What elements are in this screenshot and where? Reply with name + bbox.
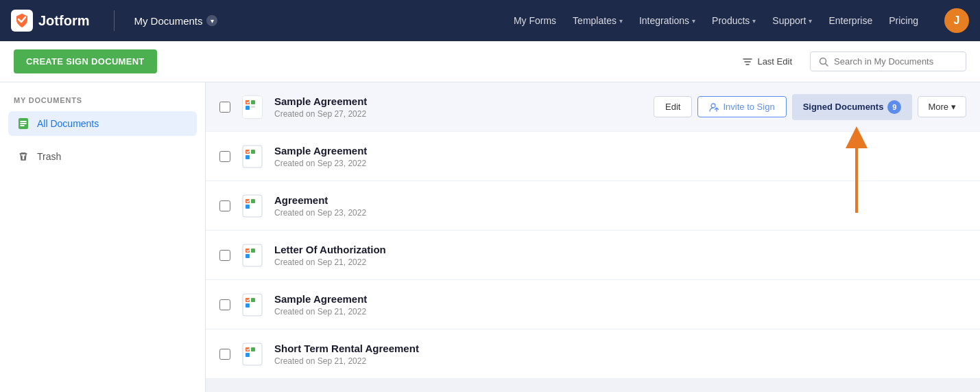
nav-templates[interactable]: Templates ▾ xyxy=(566,11,630,30)
svg-point-9 xyxy=(711,104,715,108)
svg-rect-29 xyxy=(246,353,250,357)
doc-info: Sample Agreement Created on Sep 21, 2022 xyxy=(274,293,966,316)
signed-docs-badge: 9 xyxy=(887,100,901,114)
nav-links: My Forms Templates ▾ Integrations ▾ Prod… xyxy=(507,11,925,30)
svg-rect-16 xyxy=(251,199,255,203)
caret-icon: ▾ xyxy=(809,17,812,25)
nav-my-forms[interactable]: My Forms xyxy=(507,11,563,30)
document-icon xyxy=(240,342,265,367)
document-icon xyxy=(240,144,265,169)
logo-text: Jotform xyxy=(38,13,89,29)
doc-checkbox[interactable] xyxy=(219,349,230,360)
top-navigation: Jotform My Documents ▾ My Forms Template… xyxy=(0,0,980,41)
doc-date: Created on Sep 21, 2022 xyxy=(274,356,966,366)
jotform-logo-icon xyxy=(11,10,33,32)
signed-docs-label: Signed Documents xyxy=(803,102,884,112)
sidebar-item-label: Trash xyxy=(37,151,61,162)
doc-date: Created on Sep 27, 2022 xyxy=(274,109,644,119)
doc-date: Created on Sep 21, 2022 xyxy=(274,307,966,316)
doc-name: Letter Of Authorization xyxy=(274,244,966,255)
doc-checkbox[interactable] xyxy=(219,102,230,113)
svg-rect-12 xyxy=(251,150,255,154)
doc-info: Letter Of Authorization Created on Sep 2… xyxy=(274,244,966,267)
signed-documents-button[interactable]: Signed Documents 9 xyxy=(792,94,913,120)
doc-checkbox[interactable] xyxy=(219,151,230,162)
doc-name: Sample Agreement xyxy=(274,293,966,305)
sidebar-item-all-documents[interactable]: All Documents xyxy=(8,111,197,136)
svg-rect-6 xyxy=(251,100,255,104)
svg-rect-25 xyxy=(246,303,250,308)
table-row: Short Term Rental Agreement Created on S… xyxy=(206,330,980,379)
doc-name: Sample Agreement xyxy=(274,145,966,157)
doc-date: Created on Sep 21, 2022 xyxy=(274,257,966,267)
table-row: Letter Of Authorization Created on Sep 2… xyxy=(206,231,980,280)
document-icon xyxy=(240,194,265,218)
sort-icon xyxy=(742,56,753,67)
chevron-down-icon: ▾ xyxy=(206,15,217,26)
svg-rect-7 xyxy=(246,106,250,110)
all-documents-icon xyxy=(16,117,30,130)
doc-name: Short Term Rental Agreement xyxy=(274,343,966,354)
document-icon xyxy=(240,292,265,317)
doc-checkbox[interactable] xyxy=(219,250,230,261)
svg-rect-17 xyxy=(246,205,250,209)
sidebar-section-title: MY DOCUMENTS xyxy=(8,96,197,104)
nav-support[interactable]: Support ▾ xyxy=(765,11,819,30)
search-box[interactable] xyxy=(810,51,966,71)
doc-date: Created on Sep 23, 2022 xyxy=(274,208,966,218)
doc-name: Agreement xyxy=(274,194,966,206)
nav-products[interactable]: Products ▾ xyxy=(705,11,763,30)
doc-date: Created on Sep 23, 2022 xyxy=(274,159,966,168)
logo[interactable]: Jotform xyxy=(11,10,89,32)
main-layout: MY DOCUMENTS All Documents Trash xyxy=(0,82,980,392)
doc-info: Sample Agreement Created on Sep 27, 2022 xyxy=(274,95,644,119)
caret-icon: ▾ xyxy=(619,17,623,25)
sidebar-item-trash[interactable]: Trash xyxy=(8,144,197,169)
doc-actions: Edit Invite to Sign Signed Documents 9 M… xyxy=(654,94,966,120)
caret-icon: ▾ xyxy=(752,17,756,25)
search-icon xyxy=(819,57,828,67)
doc-checkbox[interactable] xyxy=(219,200,230,211)
document-list: Sample Agreement Created on Sep 27, 2022… xyxy=(206,82,980,392)
logo-divider xyxy=(114,10,115,31)
nav-integrations[interactable]: Integrations ▾ xyxy=(632,11,702,30)
table-row: Sample Agreement Created on Sep 23, 2022 xyxy=(206,132,980,181)
svg-rect-21 xyxy=(246,254,250,258)
table-row: Sample Agreement Created on Sep 21, 2022 xyxy=(206,280,980,330)
invite-to-sign-button[interactable]: Invite to Sign xyxy=(697,96,786,117)
caret-icon: ▾ xyxy=(692,17,695,25)
document-icon xyxy=(240,95,265,119)
caret-down-icon: ▾ xyxy=(951,102,956,112)
svg-rect-8 xyxy=(251,106,255,108)
svg-rect-24 xyxy=(251,298,255,302)
subheader: CREATE SIGN DOCUMENT Last Edit xyxy=(0,41,980,82)
nav-enterprise[interactable]: Enterprise xyxy=(822,11,879,30)
sidebar-item-label: All Documents xyxy=(37,118,99,129)
document-icon xyxy=(240,243,265,268)
more-button[interactable]: More ▾ xyxy=(918,96,966,117)
sidebar: MY DOCUMENTS All Documents Trash xyxy=(0,82,206,392)
trash-icon xyxy=(16,150,30,163)
svg-rect-28 xyxy=(251,347,255,351)
sort-button[interactable]: Last Edit xyxy=(735,52,799,71)
table-row: Sample Agreement Created on Sep 27, 2022… xyxy=(206,82,980,132)
table-row: Agreement Created on Sep 23, 2022 xyxy=(206,181,980,231)
search-input[interactable] xyxy=(834,56,957,67)
svg-rect-20 xyxy=(251,249,255,253)
my-documents-label: My Documents xyxy=(134,15,202,27)
edit-button[interactable]: Edit xyxy=(654,96,692,117)
create-sign-document-button[interactable]: CREATE SIGN DOCUMENT xyxy=(14,49,157,73)
svg-rect-13 xyxy=(246,155,250,159)
user-avatar[interactable]: J xyxy=(944,8,969,33)
doc-info: Agreement Created on Sep 23, 2022 xyxy=(274,194,966,218)
invite-icon xyxy=(709,102,719,112)
doc-info: Short Term Rental Agreement Created on S… xyxy=(274,343,966,366)
nav-pricing[interactable]: Pricing xyxy=(882,11,925,30)
doc-checkbox[interactable] xyxy=(219,299,230,310)
doc-name: Sample Agreement xyxy=(274,95,644,107)
my-documents-dropdown[interactable]: My Documents ▾ xyxy=(134,15,217,27)
doc-info: Sample Agreement Created on Sep 23, 2022 xyxy=(274,145,966,168)
